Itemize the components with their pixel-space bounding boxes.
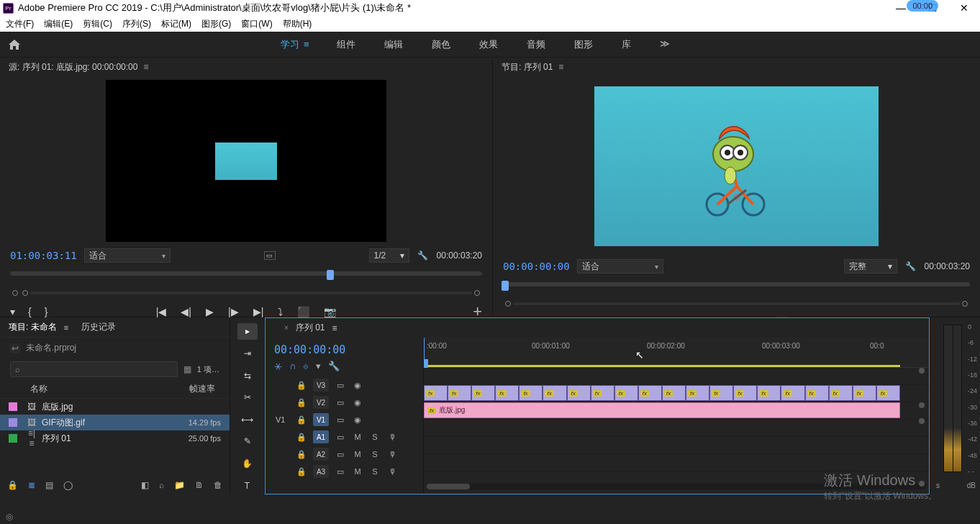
tab-history[interactable]: 历史记录 [81, 321, 116, 333]
zoom-handle-right[interactable] [962, 301, 968, 307]
home-button[interactable] [0, 32, 29, 58]
menu-window[interactable]: 窗口(W) [241, 18, 272, 30]
marker-icon[interactable]: ▾ [316, 361, 321, 372]
settings-icon[interactable]: 🔧 [904, 261, 917, 271]
zoom-handle-right[interactable] [474, 290, 480, 296]
v-scroll-handle[interactable] [919, 418, 925, 424]
close-button[interactable]: ✕ [948, 2, 980, 14]
insert-icon[interactable]: ⤵ [278, 306, 283, 317]
lock-icon[interactable]: 🔒 [7, 480, 18, 490]
nest-icon[interactable]: ⚹ [274, 361, 282, 372]
menu-graphics[interactable]: 图形(G) [201, 18, 231, 30]
v-scroll-handle[interactable] [919, 368, 925, 374]
track-a3[interactable]: 🔒A3▭MS🎙 [266, 463, 423, 480]
col-framerate[interactable]: 帧速率 [171, 383, 221, 395]
source-display-icon[interactable]: ▭ [264, 251, 276, 260]
source-scrubber[interactable] [10, 271, 482, 276]
type-tool[interactable]: T [237, 477, 258, 494]
selection-tool[interactable]: ▸ [237, 323, 258, 340]
zoom-track[interactable] [30, 292, 472, 294]
workspace-graphics[interactable]: 图形 [574, 38, 593, 51]
track-v1[interactable]: V1🔒V1▭◉ [266, 411, 423, 428]
ripple-edit-tool[interactable]: ⇆ [237, 367, 258, 384]
freeform-view-icon[interactable]: ◯ [63, 480, 73, 490]
playhead-handle[interactable] [424, 359, 428, 368]
delete-icon[interactable]: 🗑 [214, 480, 222, 490]
v2-clips[interactable]: fxfxfxfxfxfxfxfxfxfxfxfxfxfxfxfxfxfxfxfx [424, 385, 900, 401]
zoom-handle-left[interactable] [505, 301, 511, 307]
step-back-icon[interactable]: ◀| [181, 306, 191, 317]
track-a1[interactable]: 🔒A1▭MS🎙 [266, 428, 423, 446]
menu-marker[interactable]: 标记(M) [161, 18, 191, 30]
project-item[interactable]: ≡|≡ 序列 01 25.00 fps [0, 430, 230, 446]
search-input[interactable]: ⌕ [10, 361, 178, 377]
program-scrubber[interactable] [503, 282, 970, 286]
find-icon[interactable]: ⌕ [159, 480, 164, 490]
creative-cloud-icon[interactable]: ◎ [6, 512, 13, 522]
col-name[interactable]: 名称 [9, 383, 171, 395]
settings-icon[interactable]: 🔧 [417, 250, 430, 261]
program-resolution-select[interactable]: 完整▾ [844, 259, 897, 274]
menu-help[interactable]: 帮助(H) [283, 18, 312, 30]
workspace-color[interactable]: 颜色 [432, 38, 450, 51]
pen-tool[interactable]: ✎ [237, 433, 258, 450]
snap-icon[interactable]: ∩ [289, 361, 296, 372]
settings-icon[interactable]: 🔧 [328, 361, 340, 372]
solo-button[interactable]: s [936, 482, 940, 489]
panel-menu-icon[interactable]: ≡ [332, 323, 337, 333]
new-item-icon[interactable]: 🗎 [195, 480, 204, 490]
source-fit-select[interactable]: 适合▾ [84, 248, 171, 263]
menu-clip[interactable]: 剪辑(C) [83, 18, 112, 30]
program-timecode-in[interactable]: 00:00:00:00 [503, 261, 570, 272]
source-timecode-in[interactable]: 01:00:03:11 [10, 250, 77, 261]
razor-tool[interactable]: ✂ [237, 389, 258, 406]
filter-icon[interactable]: ▦ [183, 364, 191, 374]
timeline-tracks[interactable]: :00:00 00:00:01:00 00:00:02:00 00:00:03:… [424, 338, 929, 494]
source-resolution-select[interactable]: 1/2▾ [369, 248, 409, 263]
slip-tool[interactable]: ⟷ [237, 412, 258, 428]
workspace-assembly[interactable]: 组件 [337, 38, 355, 51]
scrollbar-handle[interactable] [427, 484, 470, 489]
work-area-bar[interactable] [424, 365, 900, 367]
goto-in-icon[interactable]: |◀ [156, 306, 167, 317]
program-viewport[interactable] [594, 86, 879, 246]
menu-sequence[interactable]: 序列(S) [122, 18, 151, 30]
export-frame-icon[interactable]: 📷 [324, 306, 336, 317]
play-icon[interactable]: ▶ [206, 306, 214, 317]
v-scroll-handle[interactable] [919, 481, 925, 487]
program-fit-select[interactable]: 适合▾ [577, 259, 663, 274]
overwrite-icon[interactable]: ⬛ [297, 306, 309, 317]
mark-in-icon[interactable]: { [28, 306, 32, 317]
goto-out-icon[interactable]: ▶| [253, 306, 264, 317]
timeline-ruler[interactable]: :00:00 00:00:01:00 00:00:02:00 00:00:03:… [424, 338, 929, 368]
source-viewport[interactable] [106, 80, 386, 242]
workspace-editing[interactable]: 编辑 [384, 38, 403, 51]
menu-file[interactable]: 文件(F) [6, 18, 34, 30]
zoom-handle-2[interactable] [22, 290, 28, 296]
v1-clip[interactable]: fx 底版.jpg [424, 402, 900, 418]
track-v2[interactable]: 🔒V2▭◉ [266, 394, 423, 411]
timeline-title[interactable]: 序列 01 [296, 322, 325, 334]
workspace-overflow[interactable]: ≫ [660, 38, 670, 51]
new-bin-icon[interactable]: 📁 [174, 480, 185, 490]
list-view-icon[interactable]: ≣ [28, 480, 35, 490]
workspace-libraries[interactable]: 库 [622, 38, 631, 51]
zoom-track[interactable] [513, 302, 960, 305]
timeline-h-scrollbar[interactable] [427, 484, 926, 489]
tab-project[interactable]: 项目: 未命名 [9, 321, 57, 333]
auto-match-icon[interactable]: ◧ [141, 480, 149, 490]
step-fwd-icon[interactable]: |▶ [228, 306, 239, 317]
menu-edit[interactable]: 编辑(E) [44, 18, 73, 30]
panel-menu-icon[interactable]: ≡ [64, 323, 68, 332]
workspace-effects[interactable]: 效果 [479, 38, 498, 51]
zoom-handle-left[interactable] [12, 290, 18, 296]
workspace-learn[interactable]: 学习≡ [281, 38, 308, 51]
panel-menu-icon[interactable]: ≡ [143, 62, 148, 72]
track-v3[interactable]: 🔒V3▭◉ [266, 376, 423, 394]
source-playhead[interactable] [327, 270, 334, 280]
project-item[interactable]: 🖼 底版.jpg [0, 399, 230, 415]
mark-out-icon[interactable]: } [45, 306, 48, 317]
timeline-timecode[interactable]: 00:00:00:00 [266, 338, 423, 356]
track-a2[interactable]: 🔒A2▭MS🎙 [266, 446, 423, 463]
back-arrow-icon[interactable]: ↩ [10, 343, 20, 353]
